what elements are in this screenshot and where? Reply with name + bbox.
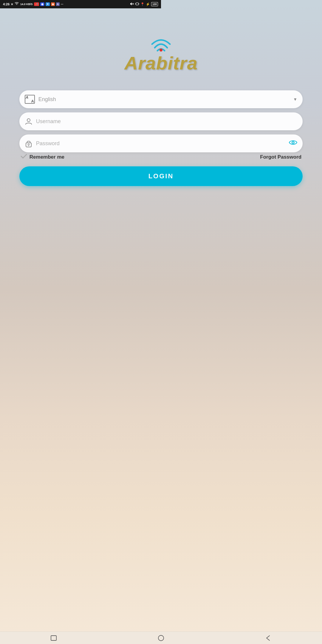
username-input[interactable]: [36, 118, 161, 125]
bluetooth-icon: ⚡: [146, 2, 150, 6]
notif-icon-1: 📣: [34, 2, 39, 6]
notif-icon-2: ◉: [40, 2, 44, 6]
signal-x-icon: ✕: [11, 3, 13, 6]
translate-icon: A A: [25, 95, 35, 104]
wifi-logo-icon: [148, 32, 161, 53]
form-area: A A English ▼: [19, 90, 161, 152]
svg-point-6: [27, 119, 30, 122]
svg-rect-2: [136, 3, 138, 5]
notif-icon-4: ◈: [51, 2, 55, 6]
status-left: 4:26 ✕ 14.0 KB/S 📣 ◉ ✦ ◈ A ···: [3, 2, 63, 6]
mute-icon: [130, 2, 134, 6]
remember-me-label: Remember me: [30, 154, 64, 160]
password-field-container: [19, 134, 161, 152]
battery-display: 100: [151, 2, 158, 6]
language-text: English: [38, 96, 161, 103]
password-input[interactable]: [36, 140, 161, 147]
translate-letter-a: A: [26, 95, 28, 99]
language-selector[interactable]: A A English ▼: [19, 90, 161, 108]
more-icon: ···: [61, 3, 63, 6]
remember-me-container[interactable]: Remember me: [21, 154, 64, 160]
svg-rect-7: [26, 143, 31, 147]
lock-icon: [25, 139, 32, 148]
notif-icon-5: A: [56, 2, 60, 6]
status-right: 📍 ⚡ 100: [130, 2, 158, 6]
location-icon: 📍: [140, 2, 145, 6]
main-content: Arabitra A A English ▼: [0, 8, 161, 322]
translate-letter-f: A: [31, 99, 34, 103]
network-speed: 14.0 KB/S: [20, 3, 33, 6]
options-row: Remember me Forgot Password: [19, 154, 161, 160]
checkmark-icon: [21, 154, 27, 160]
svg-point-8: [28, 144, 29, 145]
notif-icon-3: ✦: [46, 2, 50, 6]
username-field-container: [19, 112, 161, 130]
wifi-icon: [14, 2, 19, 6]
logo-area: Arabitra: [124, 32, 161, 72]
login-button[interactable]: LOGIN: [19, 166, 161, 186]
status-bar: 4:26 ✕ 14.0 KB/S 📣 ◉ ✦ ◈ A ···: [0, 0, 161, 8]
app-name: Arabitra: [124, 54, 161, 72]
vibrate-icon: [135, 2, 139, 6]
person-icon: [25, 117, 32, 125]
time-display: 4:26: [3, 2, 10, 6]
